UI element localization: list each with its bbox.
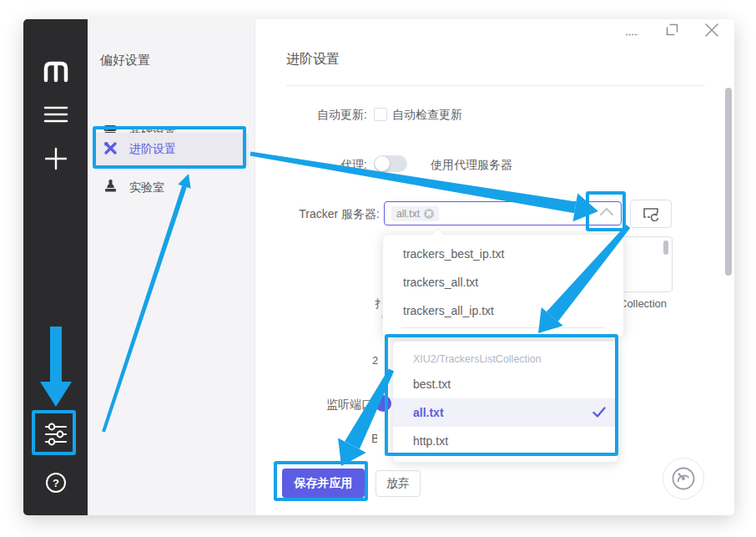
- dropdown-item[interactable]: http.txt: [393, 427, 617, 455]
- selected-tag: all.txt: [391, 206, 439, 221]
- maximize-button[interactable]: [666, 23, 679, 38]
- help-link-fragment[interactable]: Collection: [619, 297, 678, 310]
- gauge-icon: [671, 466, 696, 491]
- dropdown-item[interactable]: best.txt: [393, 370, 617, 398]
- window-scrollbar[interactable]: [725, 88, 732, 276]
- dropdown-item-selected[interactable]: all.txt: [393, 398, 617, 427]
- tracker-dropdown-panel: trackers_best_ip.txt trackers_all.txt tr…: [382, 234, 624, 337]
- auto-update-checkbox[interactable]: [374, 108, 387, 121]
- speed-gauge-button[interactable]: [663, 458, 704, 499]
- text-fragment: 2: [372, 354, 379, 367]
- motrix-logo-icon: [23, 53, 88, 89]
- app-window: ? 偏好设置 基础设置: [23, 19, 734, 515]
- dropdown-item[interactable]: trackers_all_ip.txt: [383, 296, 623, 325]
- proxy-toggle[interactable]: [374, 155, 407, 172]
- preferences-sidebar: [88, 19, 255, 515]
- help-glyph: ?: [53, 477, 59, 489]
- preferences-sliders-icon[interactable]: [23, 417, 88, 452]
- dropdown-item[interactable]: trackers_best_ip.txt: [383, 240, 623, 268]
- close-button[interactable]: [705, 23, 719, 38]
- page-title: 进阶设置: [286, 51, 340, 68]
- dropdown-group-header: XIU2/TrackersListCollection: [393, 348, 617, 370]
- proxy-label: 代理:: [267, 158, 367, 173]
- auto-update-label: 自动更新:: [267, 108, 367, 123]
- port-dice-button[interactable]: [375, 395, 391, 412]
- sidebar-item-label: 进阶设置: [129, 142, 176, 157]
- dropdown-caret: [431, 228, 445, 241]
- dropdown-divider: [401, 327, 605, 328]
- check-icon: [592, 407, 606, 418]
- toggle-knob: [375, 156, 390, 171]
- discard-button[interactable]: 放弃: [375, 470, 421, 497]
- dropdown-item[interactable]: trackers_all.txt: [383, 268, 623, 296]
- auto-update-checkbox-label: 自动检查更新: [392, 108, 462, 123]
- sidebar-item-lab[interactable]: 实验室: [93, 171, 249, 205]
- proxy-toggle-label: 使用代理服务器: [431, 158, 512, 173]
- tag-close-icon[interactable]: [424, 209, 434, 219]
- sync-icon: [643, 207, 659, 221]
- chevron-up-icon[interactable]: [599, 207, 614, 217]
- preferences-title: 偏好设置: [100, 53, 150, 68]
- help-icon[interactable]: ?: [23, 470, 88, 495]
- tracker-dropdown-panel-2: XIU2/TrackersListCollection best.txt all…: [392, 341, 618, 463]
- tracker-select-input[interactable]: all.txt: [384, 201, 622, 225]
- listen-port-label: 监听端口: [280, 398, 373, 413]
- save-and-apply-button[interactable]: 保存并应用: [282, 469, 365, 498]
- minimize-button[interactable]: [626, 24, 639, 44]
- selected-tag-label: all.txt: [396, 208, 420, 220]
- sidebar-item-label: 实验室: [129, 180, 164, 195]
- tools-icon: [103, 141, 118, 158]
- textarea-scrollbar[interactable]: [663, 241, 668, 255]
- title-divider: [286, 85, 705, 86]
- tracker-label: Tracker 服务器:: [267, 207, 380, 222]
- stamp-icon: [103, 180, 118, 196]
- sidebar-item-advanced-settings[interactable]: 进阶设置: [93, 133, 249, 166]
- task-list-icon[interactable]: [23, 97, 88, 132]
- screen: ? 偏好设置 基础设置: [0, 0, 756, 537]
- help-text-fragment: 〈: [375, 310, 382, 325]
- add-task-icon[interactable]: [23, 141, 88, 176]
- sync-trackers-button[interactable]: [630, 200, 672, 228]
- app-sidebar: ?: [23, 19, 88, 515]
- text-fragment: B: [371, 432, 377, 445]
